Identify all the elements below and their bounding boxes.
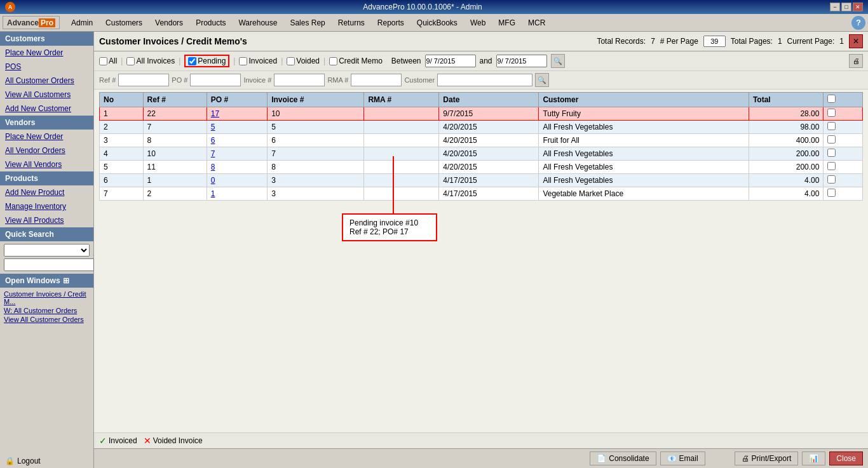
open-window-invoices[interactable]: Customer Invoices / Credit M... [4, 290, 90, 306]
row-checkbox[interactable] [827, 122, 836, 130]
invoice-search-input[interactable] [274, 74, 325, 86]
sidebar-item-view-all-customers[interactable]: View All Customers [0, 88, 93, 102]
help-button[interactable]: ? [851, 16, 865, 30]
filter-pending[interactable]: Pending [188, 57, 226, 65]
menu-returns[interactable]: Returns [332, 16, 371, 30]
filter-all-invoices[interactable]: All Invoices [126, 57, 175, 65]
table-row[interactable] [824, 147, 863, 161]
open-window-view-all-customer-orders[interactable]: View All Customer Orders [4, 315, 90, 324]
table-row[interactable]: 7 [207, 147, 267, 161]
table-row[interactable]: 0 [207, 174, 267, 187]
table-row: 1 [100, 107, 144, 121]
menu-warehouse[interactable]: Warehouse [232, 16, 283, 30]
table-row [364, 147, 439, 161]
date-from-input[interactable] [425, 55, 476, 67]
filter-invoiced[interactable]: Invoiced [239, 57, 277, 65]
consolidate-button[interactable]: 📄 Consolidate [590, 451, 656, 465]
menu-mcr[interactable]: MCR [522, 16, 552, 30]
menu-customers[interactable]: Customers [99, 16, 149, 30]
menu-sales-rep[interactable]: Sales Rep [283, 16, 331, 30]
table-row: 7 [100, 187, 144, 201]
filter-voided-label: Voided [296, 57, 320, 65]
sidebar-item-place-new-order-customers[interactable]: Place New Order [0, 46, 93, 60]
filter-all[interactable]: All [99, 57, 117, 65]
menu-products[interactable]: Products [189, 16, 232, 30]
sidebar-item-pos[interactable]: POS [0, 60, 93, 74]
sidebar-item-manage-inventory[interactable]: Manage Inventory [0, 199, 93, 213]
table-row[interactable] [824, 174, 863, 187]
sidebar-item-view-all-products[interactable]: View All Products [0, 213, 93, 227]
menu-quickbooks[interactable]: QuickBooks [410, 16, 464, 30]
row-checkbox[interactable] [827, 135, 836, 144]
logout-button[interactable]: 🔒 Logout [0, 454, 93, 468]
x-icon: ✕ [144, 436, 151, 446]
row-checkbox[interactable] [827, 189, 836, 197]
menu-admin[interactable]: Admin [65, 16, 99, 30]
sidebar-item-add-new-product[interactable]: Add New Product [0, 185, 93, 199]
per-page-input[interactable] [703, 36, 726, 47]
annotation-container: Pending invoice #10 Ref # 22; PO# 17 [342, 213, 437, 241]
menu-reports[interactable]: Reports [371, 16, 410, 30]
header-close-button[interactable]: ✕ [849, 34, 863, 48]
filter-all-checkbox[interactable] [99, 57, 107, 65]
table-row[interactable]: 17 [207, 107, 267, 121]
sidebar-item-view-all-vendors[interactable]: View All Vendors [0, 157, 93, 171]
col-no: No [100, 93, 144, 107]
row-search-button[interactable]: 🔍 [535, 73, 549, 87]
total-pages-value: 1 [778, 37, 782, 46]
print-export-button[interactable]: 🖨 Print/Export [735, 451, 799, 465]
col-customer: Customer [539, 93, 749, 107]
row-checkbox[interactable] [827, 175, 836, 184]
rma-search-input[interactable] [351, 74, 402, 86]
menu-mfg[interactable]: MFG [492, 16, 522, 30]
close-button[interactable]: Close [829, 451, 863, 465]
row-checkbox[interactable] [827, 109, 836, 117]
filter-voided[interactable]: Voided [287, 57, 320, 65]
filter-invoiced-checkbox[interactable] [239, 57, 247, 65]
filter-all-invoices-checkbox[interactable] [126, 57, 135, 65]
date-search-button[interactable]: 🔍 [551, 54, 565, 68]
table-row: 200.00 [749, 147, 824, 161]
sidebar-item-add-new-customer[interactable]: Add New Customer [0, 102, 93, 116]
table-row[interactable] [824, 187, 863, 201]
separator2: | [179, 57, 180, 65]
table-row: 11 [143, 161, 207, 174]
print-button[interactable]: 🖨 [849, 54, 863, 68]
filter-credit-memo-checkbox[interactable] [329, 57, 337, 65]
table-row[interactable] [824, 161, 863, 174]
row-checkbox[interactable] [827, 162, 836, 170]
minimize-button[interactable]: − [830, 3, 840, 11]
sidebar-item-place-new-order-vendors[interactable]: Place New Order [0, 130, 93, 144]
table-row[interactable]: 8 [207, 161, 267, 174]
email-button[interactable]: 📧 Email [660, 451, 705, 465]
excel-button[interactable]: 📊 [802, 451, 825, 465]
customer-search-input[interactable] [437, 74, 532, 86]
table-row[interactable]: 6 [207, 134, 267, 147]
table-row[interactable] [824, 107, 863, 121]
menu-vendors[interactable]: Vendors [149, 16, 189, 30]
select-all-checkbox[interactable] [827, 95, 836, 103]
menu-web[interactable]: Web [464, 16, 492, 30]
filter-credit-memo[interactable]: Credit Memo [329, 57, 383, 65]
ref-search-input[interactable] [118, 74, 169, 86]
table-row[interactable] [824, 121, 863, 134]
filter-pending-checkbox[interactable] [188, 57, 196, 65]
table-row[interactable] [824, 134, 863, 147]
row-checkbox[interactable] [827, 149, 836, 157]
filter-voided-checkbox[interactable] [287, 57, 295, 65]
quick-search-input[interactable] [4, 258, 94, 271]
window-close-button[interactable]: ✕ [853, 3, 863, 11]
per-page-label: # Per Page [660, 37, 698, 46]
sidebar-item-all-customer-orders[interactable]: All Customer Orders [0, 74, 93, 88]
open-window-all-customer-orders[interactable]: W: All Customer Orders [4, 306, 90, 315]
restore-button[interactable]: □ [841, 3, 851, 11]
table-row[interactable]: 5 [207, 121, 267, 134]
po-search-input[interactable] [190, 74, 241, 86]
table-row[interactable]: 1 [207, 187, 267, 201]
date-to-input[interactable] [496, 55, 547, 67]
table-row [364, 107, 439, 121]
quick-search-dropdown[interactable] [4, 244, 90, 257]
annotation-box: Pending invoice #10 Ref # 22; PO# 17 [342, 213, 437, 241]
sidebar-item-all-vendor-orders[interactable]: All Vendor Orders [0, 144, 93, 157]
voided-legend: ✕ Voided Invoice [144, 436, 203, 446]
